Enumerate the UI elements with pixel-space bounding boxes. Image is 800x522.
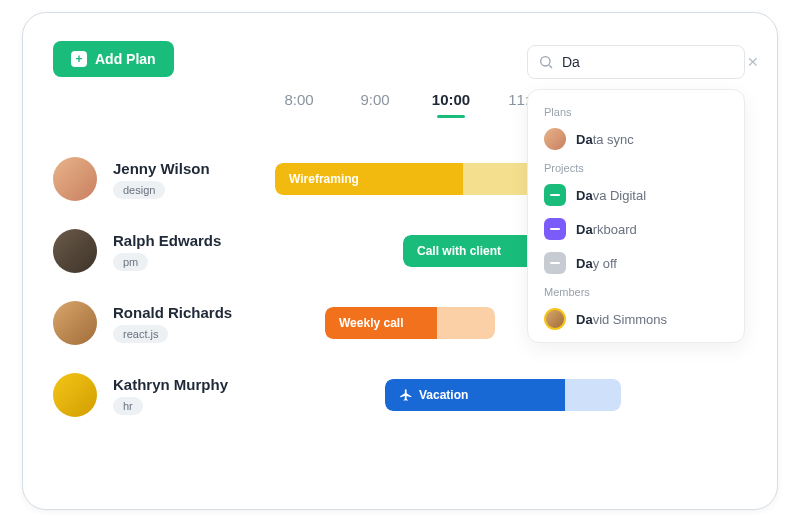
avatar-icon	[544, 128, 566, 150]
search-box[interactable]: ✕	[527, 45, 745, 79]
person-name: Ronald Richards	[113, 304, 232, 321]
person-info: Kathryn Murphy hr	[113, 376, 228, 415]
dropdown-item-text: Darkboard	[576, 222, 637, 237]
dropdown-item-text: Dava Digital	[576, 188, 646, 203]
person-tag: pm	[113, 253, 148, 271]
plus-icon: +	[71, 51, 87, 67]
task-area: Vacation	[275, 359, 747, 431]
person-row: Kathryn Murphy hr Vacation	[53, 359, 747, 431]
svg-line-1	[549, 65, 552, 68]
timeline-header: 8:00 9:00 10:00 11:00	[275, 91, 551, 118]
folder-icon	[544, 218, 566, 240]
clear-search-icon[interactable]: ✕	[745, 54, 761, 70]
person-name: Kathryn Murphy	[113, 376, 228, 393]
folder-icon	[544, 252, 566, 274]
search-input[interactable]	[562, 54, 737, 70]
dropdown-section-label: Projects	[528, 156, 744, 178]
person-tag: hr	[113, 397, 143, 415]
avatar[interactable]	[53, 229, 97, 273]
person-name: Jenny Wilson	[113, 160, 210, 177]
task-bar-wireframing[interactable]: Wireframing	[275, 163, 549, 195]
task-bar-weekly-call[interactable]: Weekly call	[325, 307, 495, 339]
person-tag: design	[113, 181, 165, 199]
person-info: Ronald Richards react.js	[113, 304, 232, 343]
avatar[interactable]	[53, 157, 97, 201]
avatar-icon	[544, 308, 566, 330]
avatar[interactable]	[53, 301, 97, 345]
dropdown-item-text: Data sync	[576, 132, 634, 147]
dropdown-item-text: David Simmons	[576, 312, 667, 327]
time-tick-active[interactable]: 10:00	[427, 91, 475, 118]
person-tag: react.js	[113, 325, 168, 343]
search-dropdown: Plans Data sync Projects Dava Digital Da…	[527, 89, 745, 343]
task-label: Weekly call	[339, 316, 404, 330]
dropdown-item-member[interactable]: David Simmons	[528, 302, 744, 336]
task-bar-vacation[interactable]: Vacation	[385, 379, 621, 411]
time-tick[interactable]: 8:00	[275, 91, 323, 118]
add-plan-button[interactable]: + Add Plan	[53, 41, 174, 77]
svg-point-0	[541, 57, 550, 66]
dropdown-item-project[interactable]: Dava Digital	[528, 178, 744, 212]
airplane-icon	[399, 388, 413, 402]
dropdown-section-label: Plans	[528, 100, 744, 122]
time-tick[interactable]: 9:00	[351, 91, 399, 118]
avatar[interactable]	[53, 373, 97, 417]
dropdown-item-text: Day off	[576, 256, 617, 271]
dropdown-item-plan[interactable]: Data sync	[528, 122, 744, 156]
folder-icon	[544, 184, 566, 206]
search-panel: ✕ Plans Data sync Projects Dava Digital …	[527, 45, 745, 343]
task-label: Vacation	[419, 388, 468, 402]
dropdown-item-project[interactable]: Day off	[528, 246, 744, 280]
person-info: Ralph Edwards pm	[113, 232, 221, 271]
add-plan-label: Add Plan	[95, 51, 156, 67]
dropdown-item-project[interactable]: Darkboard	[528, 212, 744, 246]
planner-card: + Add Plan 8:00 9:00 10:00 11:00 Jenny W…	[22, 12, 778, 510]
person-info: Jenny Wilson design	[113, 160, 210, 199]
person-name: Ralph Edwards	[113, 232, 221, 249]
dropdown-section-label: Members	[528, 280, 744, 302]
task-label: Wireframing	[289, 172, 359, 186]
task-label: Call with client	[417, 244, 501, 258]
search-icon	[538, 54, 554, 70]
